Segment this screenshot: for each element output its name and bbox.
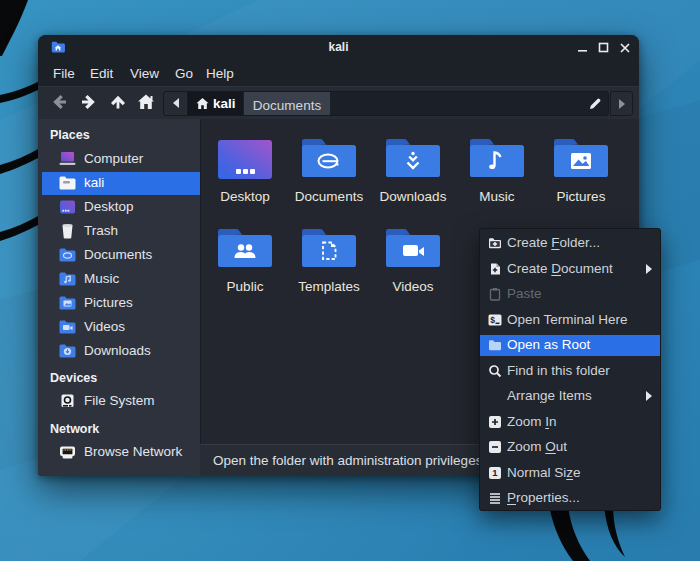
svg-text:1: 1 bbox=[492, 467, 498, 478]
svg-text:$: $ bbox=[490, 314, 495, 324]
